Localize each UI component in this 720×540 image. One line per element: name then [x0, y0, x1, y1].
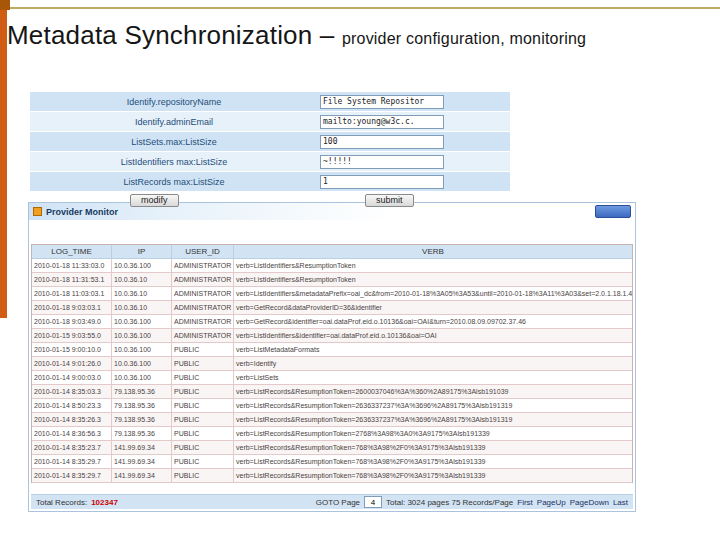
cell-verb: verb=ListIdentifiers&metadataPrefix=oai_… — [234, 287, 632, 300]
total-records-value: 102347 — [91, 498, 118, 507]
field-label-listidentifiers-max: ListIdentifiers max:ListSize — [30, 157, 318, 167]
provider-config-form: Identify.repositoryName Identify.adminEm… — [30, 92, 510, 210]
cell-verb: verb=ListIdentifiers&ResumptionToken — [234, 273, 632, 286]
cell-verb: verb=ListRecords&ResumptionToken=768%3A9… — [234, 455, 632, 468]
cell-verb: verb=ListRecords&ResumptionToken=2636337… — [234, 413, 632, 426]
pager-page-up-link[interactable]: PageUp — [537, 498, 566, 507]
cell-ip: 79.138.95.36 — [112, 427, 172, 440]
cell-log-time: 2010-01-18 11:03:03.1 — [32, 287, 112, 300]
log-table: LOG_TIME IP USER_ID VERB 2010-01-18 11:3… — [31, 244, 633, 483]
table-row: 2010-01-18 9:03:49.010.0.36.100ADMINISTR… — [32, 315, 632, 329]
cell-ip: 141.99.69.34 — [112, 455, 172, 468]
slide-title: Metadata Synchronization – provider conf… — [7, 20, 586, 51]
log-table-header: LOG_TIME IP USER_ID VERB — [32, 245, 632, 259]
cell-verb: verb=ListRecords&ResumptionToken=2600037… — [234, 385, 632, 398]
cell-verb: verb=ListRecords&ResumptionToken=2768%3A… — [234, 427, 632, 440]
pager-last-link[interactable]: Last — [613, 498, 628, 507]
cell-user-id: ADMINISTRATOR — [172, 315, 234, 328]
column-header-ip: IP — [112, 245, 172, 258]
slide-title-sub: provider configuration, monitoring — [342, 30, 586, 47]
table-row: 2010-01-14 8:36:56.379.138.95.36PUBLICve… — [32, 427, 632, 441]
column-header-log-time: LOG_TIME — [32, 245, 112, 258]
form-row: ListIdentifiers max:ListSize — [30, 152, 510, 172]
admin-email-input[interactable] — [320, 115, 444, 129]
cell-log-time: 2010-01-14 8:50:23.3 — [32, 399, 112, 412]
total-records-label: Total Records: — [36, 498, 87, 507]
cell-ip: 141.99.69.34 — [112, 441, 172, 454]
cell-verb: verb=GetRecord&identifier=oai.dataProf.e… — [234, 315, 632, 328]
table-row: 2010-01-18 9:03:03.110.0.36.10ADMINISTRA… — [32, 301, 632, 315]
pager: GOTO Page Total: 3024 pages 75 Records/P… — [316, 496, 628, 508]
cell-ip: 79.138.95.36 — [112, 385, 172, 398]
cell-log-time: 2010-01-14 8:35:03.3 — [32, 385, 112, 398]
monitor-footer: Total Records: 102347 GOTO Page Total: 3… — [31, 494, 633, 509]
cell-verb: verb=ListSets — [234, 371, 632, 384]
cell-log-time: 2010-01-18 11:31:53.1 — [32, 273, 112, 286]
cell-verb: verb=ListMetadataFormats — [234, 343, 632, 356]
provider-monitor-window: Provider Monitor LOG_TIME IP USER_ID VER… — [28, 202, 636, 512]
form-buttons-row: modify submit — [30, 194, 510, 210]
cell-log-time: 2010-01-15 9:03:55.0 — [32, 329, 112, 342]
table-row: 2010-01-18 11:33:03.010.0.36.100ADMINIST… — [32, 259, 632, 273]
cell-log-time: 2010-01-14 8:35:26.3 — [32, 413, 112, 426]
table-row: 2010-01-14 8:35:26.379.138.95.36PUBLICve… — [32, 413, 632, 427]
table-row: 2010-01-14 9:01:26.010.0.36.100PUBLICver… — [32, 357, 632, 371]
table-row: 2010-01-15 9:00:10.010.0.36.100PUBLICver… — [32, 343, 632, 357]
cell-user-id: PUBLIC — [172, 441, 234, 454]
cell-verb: verb=ListIdentifiers&ResumptionToken — [234, 259, 632, 272]
modify-button[interactable]: modify — [130, 194, 179, 207]
cell-user-id: ADMINISTRATOR — [172, 301, 234, 314]
cell-ip: 10.0.36.100 — [112, 259, 172, 272]
table-row: 2010-01-15 9:03:55.010.0.36.100ADMINISTR… — [32, 329, 632, 343]
cell-log-time: 2010-01-14 9:00:03.0 — [32, 371, 112, 384]
cell-ip: 10.0.36.100 — [112, 371, 172, 384]
pages-info: Total: 3024 pages 75 Records/Page — [386, 498, 513, 507]
cell-user-id: PUBLIC — [172, 357, 234, 370]
table-row: 2010-01-14 8:35:03.379.138.95.36PUBLICve… — [32, 385, 632, 399]
cell-log-time: 2010-01-15 9:00:10.0 — [32, 343, 112, 356]
cell-ip: 10.0.36.100 — [112, 315, 172, 328]
submit-button[interactable]: submit — [365, 194, 414, 207]
cell-ip: 10.0.36.10 — [112, 301, 172, 314]
cell-user-id: PUBLIC — [172, 455, 234, 468]
cell-ip: 10.0.36.10 — [112, 287, 172, 300]
listsets-max-input[interactable] — [320, 135, 444, 149]
field-label-listsets-max: ListSets.max:ListSize — [30, 137, 318, 147]
goto-page-input[interactable] — [364, 496, 382, 508]
column-header-user-id: USER_ID — [172, 245, 234, 258]
listidentifiers-max-input[interactable] — [320, 155, 444, 169]
listrecords-max-input[interactable] — [320, 175, 444, 189]
table-row: 2010-01-14 8:50:23.379.138.95.36PUBLICve… — [32, 399, 632, 413]
cell-ip: 79.138.95.36 — [112, 413, 172, 426]
form-row: ListRecords max:ListSize — [30, 172, 510, 192]
pager-page-down-link[interactable]: PageDown — [570, 498, 609, 507]
cell-verb: verb=Identify — [234, 357, 632, 370]
left-accent-bar — [0, 0, 7, 318]
cell-verb: verb=ListRecords&ResumptionToken=768%3A9… — [234, 469, 632, 482]
repository-name-input[interactable] — [320, 95, 444, 109]
pager-first-link[interactable]: First — [517, 498, 533, 507]
table-row: 2010-01-14 8:35:29.7141.99.69.34PUBLICve… — [32, 469, 632, 483]
cell-verb: verb=GetRecord&dataProviderID=36&identif… — [234, 301, 632, 314]
cell-user-id: ADMINISTRATOR Ce — [172, 287, 234, 300]
cell-ip: 10.0.36.100 — [112, 329, 172, 342]
field-label-repository-name: Identify.repositoryName — [30, 97, 318, 107]
monitor-action-button[interactable] — [595, 205, 631, 218]
cell-verb: verb=ListRecords&ResumptionToken=2636337… — [234, 399, 632, 412]
cell-ip: 10.0.36.100 — [112, 357, 172, 370]
cell-verb: verb=ListIdentifiers&identifier=oai.data… — [234, 329, 632, 342]
cell-user-id: PUBLIC — [172, 469, 234, 482]
cell-ip: 10.0.36.10 — [112, 273, 172, 286]
cell-log-time: 2010-01-14 8:35:29.7 — [32, 455, 112, 468]
goto-page-label: GOTO Page — [316, 498, 360, 507]
table-row: 2010-01-14 8:35:29.7141.99.69.34PUBLICve… — [32, 455, 632, 469]
cell-ip: 79.138.95.36 — [112, 399, 172, 412]
cell-log-time: 2010-01-18 11:33:03.0 — [32, 259, 112, 272]
cell-verb: verb=ListRecords&ResumptionToken=768%3A9… — [234, 441, 632, 454]
field-label-listrecords-max: ListRecords max:ListSize — [30, 177, 318, 187]
cell-user-id: PUBLIC — [172, 399, 234, 412]
cell-ip: 141.99.69.34 — [112, 469, 172, 482]
table-row: 2010-01-14 9:00:03.010.0.36.100PUBLICver… — [32, 371, 632, 385]
cell-user-id: ADMINISTRATOR Ce — [172, 273, 234, 286]
log-table-body: 2010-01-18 11:33:03.010.0.36.100ADMINIST… — [32, 259, 632, 483]
